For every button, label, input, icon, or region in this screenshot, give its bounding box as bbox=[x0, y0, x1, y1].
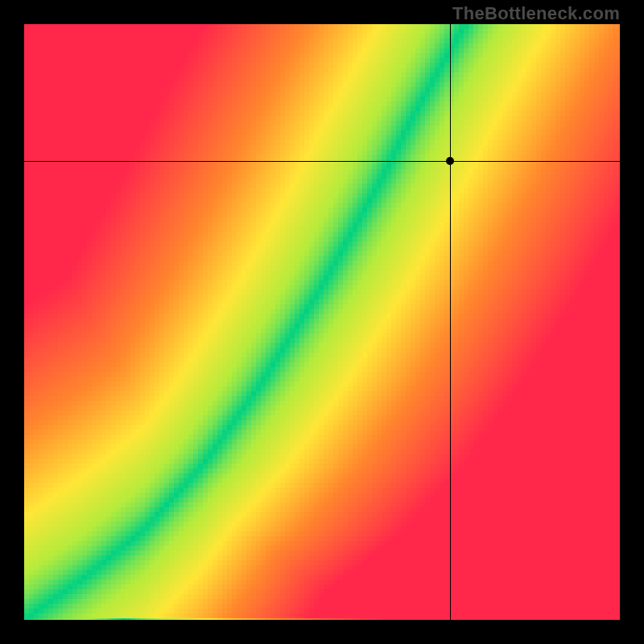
bottleneck-heatmap bbox=[24, 24, 620, 620]
watermark-text: TheBottleneck.com bbox=[452, 3, 620, 24]
selection-marker bbox=[446, 157, 454, 165]
crosshair-vertical bbox=[450, 24, 451, 620]
crosshair-horizontal bbox=[24, 161, 620, 162]
